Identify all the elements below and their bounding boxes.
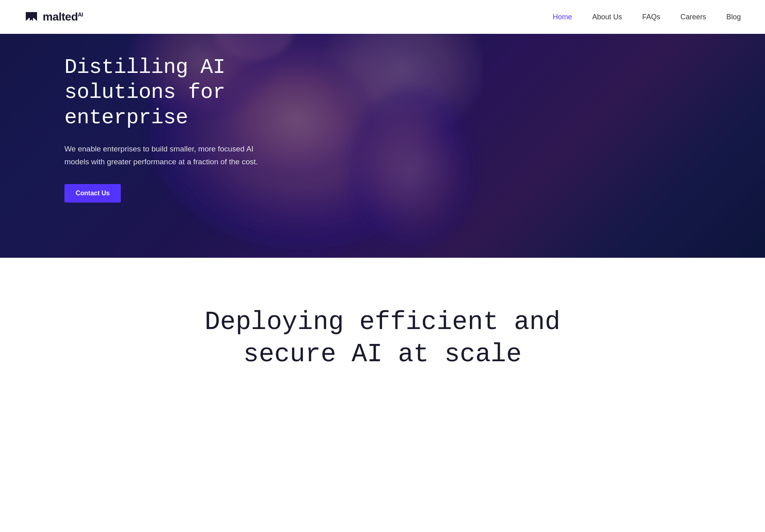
nav-link-faqs[interactable]: FAQs (642, 13, 660, 21)
nav-link-careers[interactable]: Careers (680, 13, 706, 21)
nav-item-careers[interactable]: Careers (680, 13, 706, 21)
hero-title: Distilling AI solutions for enterprise (64, 55, 322, 130)
navbar: maltedAI Home About Us FAQs Careers Blog (0, 0, 765, 34)
nav-links: Home About Us FAQs Careers Blog (553, 13, 741, 21)
nav-item-faqs[interactable]: FAQs (642, 13, 660, 21)
nav-item-about[interactable]: About Us (592, 13, 622, 21)
nav-link-home[interactable]: Home (553, 13, 572, 21)
hero-content: Distilling AI solutions for enterprise W… (0, 55, 322, 203)
logo-icon (24, 11, 39, 23)
nav-link-blog[interactable]: Blog (726, 13, 741, 21)
contact-us-button[interactable]: Contact Us (64, 184, 121, 203)
logo[interactable]: maltedAI (24, 10, 83, 23)
nav-item-blog[interactable]: Blog (726, 13, 741, 21)
hero-section: Distilling AI solutions for enterprise W… (0, 0, 765, 258)
deploy-section: Deploying efficient and secure AI at sca… (0, 258, 765, 411)
nav-link-about[interactable]: About Us (592, 13, 622, 21)
logo-wordmark: maltedAI (43, 10, 83, 23)
deploy-heading: Deploying efficient and secure AI at sca… (201, 306, 564, 371)
nav-item-home[interactable]: Home (553, 13, 572, 21)
hero-description: We enable enterprises to build smaller, … (64, 143, 274, 168)
